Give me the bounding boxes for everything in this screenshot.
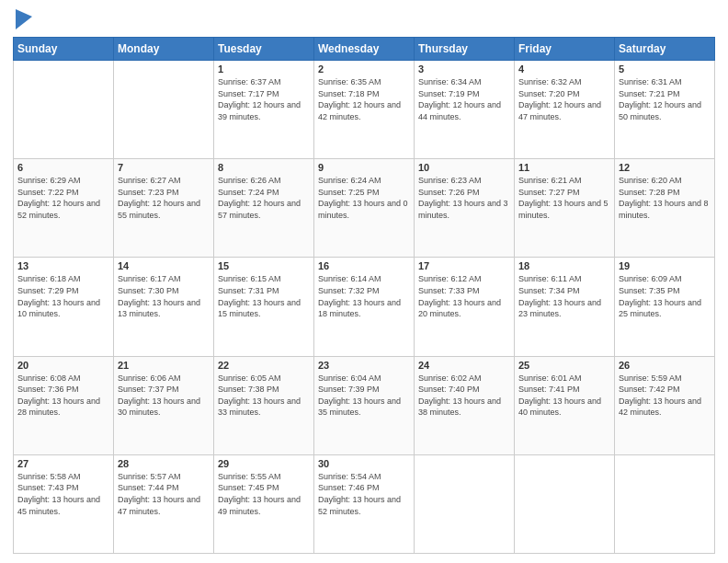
day-number: 5: [619, 63, 711, 75]
day-info: Sunrise: 6:29 AMSunset: 7:22 PMDaylight:…: [17, 175, 109, 221]
day-number: 24: [418, 360, 510, 371]
calendar-cell: 4Sunrise: 6:32 AMSunset: 7:20 PMDaylight…: [515, 61, 615, 159]
week-row-3: 13Sunrise: 6:18 AMSunset: 7:29 PMDayligh…: [14, 258, 715, 356]
header: [13, 9, 715, 29]
day-info: Sunrise: 6:01 AMSunset: 7:41 PMDaylight:…: [518, 373, 610, 419]
day-number: 4: [518, 63, 610, 75]
day-number: 22: [218, 360, 310, 371]
weekday-header-saturday: Saturday: [615, 38, 715, 61]
weekday-header-thursday: Thursday: [415, 38, 515, 61]
day-info: Sunrise: 6:09 AMSunset: 7:35 PMDaylight:…: [619, 273, 711, 319]
calendar-cell: 27Sunrise: 5:58 AMSunset: 7:43 PMDayligh…: [14, 454, 114, 553]
day-number: 14: [118, 260, 210, 271]
day-info: Sunrise: 6:23 AMSunset: 7:26 PMDaylight:…: [418, 175, 510, 221]
logo: [13, 9, 32, 29]
day-number: 21: [118, 360, 210, 371]
day-number: 12: [619, 162, 711, 173]
calendar-cell: 3Sunrise: 6:34 AMSunset: 7:19 PMDaylight…: [415, 61, 515, 159]
weekday-header-row: SundayMondayTuesdayWednesdayThursdayFrid…: [14, 38, 715, 61]
calendar-cell: 2Sunrise: 6:35 AMSunset: 7:18 PMDaylight…: [314, 61, 415, 159]
day-number: 19: [619, 260, 711, 271]
day-number: 10: [418, 162, 510, 173]
weekday-header-wednesday: Wednesday: [314, 38, 415, 61]
day-number: 13: [17, 260, 109, 271]
day-info: Sunrise: 6:02 AMSunset: 7:40 PMDaylight:…: [418, 373, 510, 419]
day-number: 8: [218, 162, 310, 173]
day-info: Sunrise: 6:31 AMSunset: 7:21 PMDaylight:…: [619, 76, 711, 122]
calendar-cell: [615, 454, 715, 553]
calendar-cell: 22Sunrise: 6:05 AMSunset: 7:38 PMDayligh…: [214, 356, 314, 454]
day-info: Sunrise: 6:05 AMSunset: 7:38 PMDaylight:…: [218, 373, 310, 419]
day-number: 15: [218, 260, 310, 271]
weekday-header-sunday: Sunday: [14, 38, 114, 61]
day-info: Sunrise: 6:18 AMSunset: 7:29 PMDaylight:…: [17, 273, 109, 319]
day-info: Sunrise: 6:37 AMSunset: 7:17 PMDaylight:…: [218, 76, 310, 122]
day-info: Sunrise: 6:06 AMSunset: 7:37 PMDaylight:…: [118, 373, 210, 419]
day-info: Sunrise: 6:32 AMSunset: 7:20 PMDaylight:…: [518, 76, 610, 122]
calendar-cell: 19Sunrise: 6:09 AMSunset: 7:35 PMDayligh…: [615, 258, 715, 356]
day-info: Sunrise: 6:20 AMSunset: 7:28 PMDaylight:…: [619, 175, 711, 221]
week-row-5: 27Sunrise: 5:58 AMSunset: 7:43 PMDayligh…: [14, 454, 715, 553]
day-number: 27: [17, 458, 109, 469]
calendar-cell: 14Sunrise: 6:17 AMSunset: 7:30 PMDayligh…: [114, 258, 214, 356]
weekday-header-monday: Monday: [114, 38, 214, 61]
calendar-cell: 7Sunrise: 6:27 AMSunset: 7:23 PMDaylight…: [114, 159, 214, 258]
calendar-cell: [415, 454, 515, 553]
calendar-cell: [14, 61, 114, 159]
calendar-cell: 8Sunrise: 6:26 AMSunset: 7:24 PMDaylight…: [214, 159, 314, 258]
day-number: 18: [518, 260, 610, 271]
day-info: Sunrise: 6:12 AMSunset: 7:33 PMDaylight:…: [418, 273, 510, 319]
day-info: Sunrise: 6:04 AMSunset: 7:39 PMDaylight:…: [318, 373, 410, 419]
week-row-1: 1Sunrise: 6:37 AMSunset: 7:17 PMDaylight…: [14, 61, 715, 159]
calendar-cell: 25Sunrise: 6:01 AMSunset: 7:41 PMDayligh…: [515, 356, 615, 454]
calendar-cell: 1Sunrise: 6:37 AMSunset: 7:17 PMDaylight…: [214, 61, 314, 159]
day-number: 28: [118, 458, 210, 469]
day-number: 7: [118, 162, 210, 173]
day-number: 30: [318, 458, 410, 469]
calendar-cell: 11Sunrise: 6:21 AMSunset: 7:27 PMDayligh…: [515, 159, 615, 258]
day-number: 17: [418, 260, 510, 271]
day-number: 2: [318, 63, 410, 75]
day-info: Sunrise: 6:34 AMSunset: 7:19 PMDaylight:…: [418, 76, 510, 122]
calendar-cell: 10Sunrise: 6:23 AMSunset: 7:26 PMDayligh…: [415, 159, 515, 258]
calendar-page: SundayMondayTuesdayWednesdayThursdayFrid…: [0, 0, 728, 563]
day-number: 16: [318, 260, 410, 271]
calendar-cell: 18Sunrise: 6:11 AMSunset: 7:34 PMDayligh…: [515, 258, 615, 356]
day-info: Sunrise: 6:27 AMSunset: 7:23 PMDaylight:…: [118, 175, 210, 221]
calendar-cell: 29Sunrise: 5:55 AMSunset: 7:45 PMDayligh…: [214, 454, 314, 553]
week-row-2: 6Sunrise: 6:29 AMSunset: 7:22 PMDaylight…: [14, 159, 715, 258]
calendar-cell: 21Sunrise: 6:06 AMSunset: 7:37 PMDayligh…: [114, 356, 214, 454]
day-info: Sunrise: 6:17 AMSunset: 7:30 PMDaylight:…: [118, 273, 210, 319]
day-info: Sunrise: 6:35 AMSunset: 7:18 PMDaylight:…: [318, 76, 410, 122]
calendar-cell: 20Sunrise: 6:08 AMSunset: 7:36 PMDayligh…: [14, 356, 114, 454]
day-number: 6: [17, 162, 109, 173]
weekday-header-tuesday: Tuesday: [214, 38, 314, 61]
calendar-cell: 28Sunrise: 5:57 AMSunset: 7:44 PMDayligh…: [114, 454, 214, 553]
day-number: 23: [318, 360, 410, 371]
day-number: 9: [318, 162, 410, 173]
day-number: 26: [619, 360, 711, 371]
weekday-header-friday: Friday: [515, 38, 615, 61]
calendar-cell: 15Sunrise: 6:15 AMSunset: 7:31 PMDayligh…: [214, 258, 314, 356]
calendar-cell: 24Sunrise: 6:02 AMSunset: 7:40 PMDayligh…: [415, 356, 515, 454]
day-info: Sunrise: 6:26 AMSunset: 7:24 PMDaylight:…: [218, 175, 310, 221]
day-number: 3: [418, 63, 510, 75]
calendar-cell: 9Sunrise: 6:24 AMSunset: 7:25 PMDaylight…: [314, 159, 415, 258]
week-row-4: 20Sunrise: 6:08 AMSunset: 7:36 PMDayligh…: [14, 356, 715, 454]
day-number: 11: [518, 162, 610, 173]
day-number: 1: [218, 63, 310, 75]
day-info: Sunrise: 6:14 AMSunset: 7:32 PMDaylight:…: [318, 273, 410, 319]
day-number: 29: [218, 458, 310, 469]
calendar-cell: 26Sunrise: 5:59 AMSunset: 7:42 PMDayligh…: [615, 356, 715, 454]
day-info: Sunrise: 5:59 AMSunset: 7:42 PMDaylight:…: [619, 373, 711, 419]
calendar-cell: 12Sunrise: 6:20 AMSunset: 7:28 PMDayligh…: [615, 159, 715, 258]
day-info: Sunrise: 6:11 AMSunset: 7:34 PMDaylight:…: [518, 273, 610, 319]
calendar-cell: 17Sunrise: 6:12 AMSunset: 7:33 PMDayligh…: [415, 258, 515, 356]
calendar-cell: 30Sunrise: 5:54 AMSunset: 7:46 PMDayligh…: [314, 454, 415, 553]
day-info: Sunrise: 5:57 AMSunset: 7:44 PMDaylight:…: [118, 471, 210, 517]
calendar-cell: [114, 61, 214, 159]
day-info: Sunrise: 6:21 AMSunset: 7:27 PMDaylight:…: [518, 175, 610, 221]
day-info: Sunrise: 6:24 AMSunset: 7:25 PMDaylight:…: [318, 175, 410, 221]
calendar-cell: 16Sunrise: 6:14 AMSunset: 7:32 PMDayligh…: [314, 258, 415, 356]
day-info: Sunrise: 5:58 AMSunset: 7:43 PMDaylight:…: [17, 471, 109, 517]
